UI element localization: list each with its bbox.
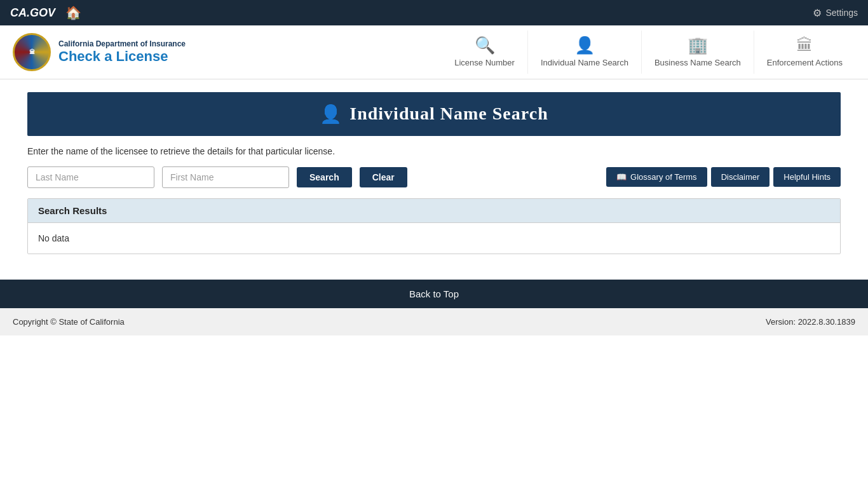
helpful-hints-label: Helpful Hints bbox=[783, 172, 831, 182]
results-header: Search Results bbox=[28, 199, 840, 223]
glossary-button[interactable]: 📖 Glossary of Terms bbox=[606, 167, 707, 187]
home-icon: 🏠 bbox=[65, 6, 81, 20]
nav-label-business-name-search: Business Name Search bbox=[654, 58, 741, 69]
back-to-top[interactable]: Back to Top bbox=[0, 280, 868, 308]
last-name-input[interactable] bbox=[27, 166, 154, 188]
business-name-icon: 🏢 bbox=[688, 36, 708, 55]
top-bar: CA.GOV 🏠 ⚙ Settings bbox=[0, 0, 868, 25]
page-title: Individual Name Search bbox=[349, 104, 548, 124]
disclaimer-label: Disclaimer bbox=[721, 172, 760, 182]
main-content: 👤 Individual Name Search Enter the name … bbox=[15, 92, 853, 254]
clear-button[interactable]: Clear bbox=[360, 167, 407, 187]
heading-person-icon: 👤 bbox=[320, 104, 342, 125]
book-icon: 📖 bbox=[616, 172, 627, 182]
first-name-input[interactable] bbox=[162, 166, 289, 188]
ca-gov-logo: CA.GOV bbox=[10, 6, 55, 20]
page-heading-banner: 👤 Individual Name Search bbox=[27, 92, 841, 136]
brand-check: Check a bbox=[58, 48, 116, 64]
main-nav: 🔍 License Number 👤 Individual Name Searc… bbox=[442, 30, 855, 74]
individual-name-icon: 👤 bbox=[574, 36, 595, 55]
settings-button[interactable]: ⚙ Settings bbox=[813, 7, 858, 19]
brand-name: Check a License bbox=[58, 48, 186, 65]
home-link[interactable]: 🏠 bbox=[65, 5, 81, 20]
license-number-icon: 🔍 bbox=[475, 36, 495, 55]
page-description: Enter the name of the licensee to retrie… bbox=[27, 146, 841, 156]
nav-item-enforcement-actions[interactable]: 🏛 Enforcement Actions bbox=[754, 30, 855, 74]
gear-icon: ⚙ bbox=[813, 7, 822, 19]
logo-text-area: California Department of Insurance Check… bbox=[58, 39, 186, 65]
state-seal: 🏛 bbox=[13, 33, 51, 71]
dept-name: California Department of Insurance bbox=[58, 39, 186, 48]
nav-item-individual-name-search[interactable]: 👤 Individual Name Search bbox=[528, 30, 642, 74]
glossary-label: Glossary of Terms bbox=[630, 172, 697, 182]
results-body: No data bbox=[28, 223, 840, 254]
no-data-text: No data bbox=[38, 233, 69, 243]
version-text: Version: 2022.8.30.1839 bbox=[766, 317, 855, 327]
nav-item-business-name-search[interactable]: 🏢 Business Name Search bbox=[642, 30, 754, 74]
settings-label: Settings bbox=[825, 8, 858, 18]
search-row: Search Clear 📖 Glossary of Terms Disclai… bbox=[27, 166, 841, 188]
seal-text: 🏛 bbox=[29, 49, 35, 56]
enforcement-actions-icon: 🏛 bbox=[796, 36, 813, 55]
copyright-text: Copyright © State of California bbox=[13, 317, 125, 327]
logo-area: 🏛 California Department of Insurance Che… bbox=[13, 33, 186, 71]
nav-label-enforcement-actions: Enforcement Actions bbox=[767, 58, 843, 69]
nav-label-individual-name-search: Individual Name Search bbox=[541, 58, 628, 69]
results-area: Search Results No data bbox=[27, 198, 841, 254]
disclaimer-button[interactable]: Disclaimer bbox=[711, 167, 770, 187]
brand-license: License bbox=[116, 48, 168, 64]
search-button[interactable]: Search bbox=[297, 167, 352, 187]
top-bar-left: CA.GOV 🏠 bbox=[10, 5, 81, 20]
footer-copyright: Copyright © State of California Version:… bbox=[0, 308, 868, 336]
utility-buttons: 📖 Glossary of Terms Disclaimer Helpful H… bbox=[606, 167, 841, 187]
helpful-hints-button[interactable]: Helpful Hints bbox=[773, 167, 841, 187]
dept-line: California Department of Insurance bbox=[58, 39, 186, 48]
nav-label-license-number: License Number bbox=[454, 58, 515, 69]
nav-item-license-number[interactable]: 🔍 License Number bbox=[442, 30, 528, 74]
site-header: 🏛 California Department of Insurance Che… bbox=[0, 25, 868, 79]
